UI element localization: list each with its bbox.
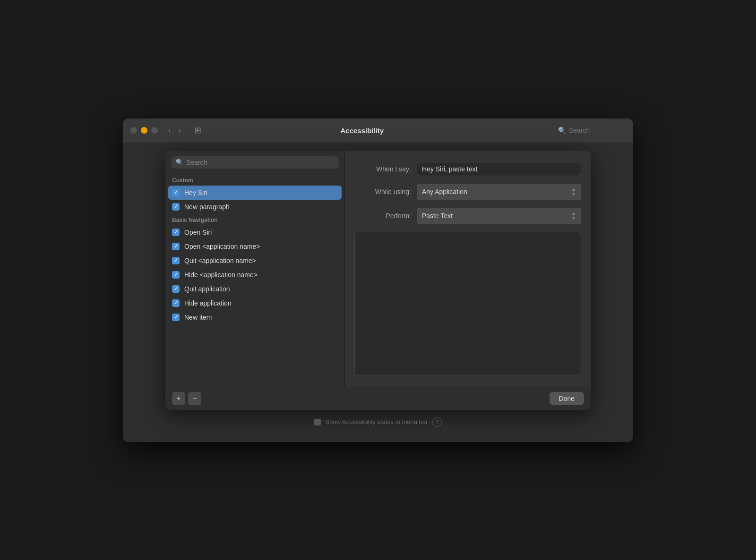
add-button[interactable]: + <box>172 392 185 405</box>
show-accessibility-checkbox[interactable] <box>314 419 321 425</box>
checkbox-hide-application[interactable] <box>172 299 180 307</box>
list-item[interactable]: Open <application name> <box>165 239 344 254</box>
close-button[interactable] <box>130 127 137 134</box>
main-window: ‹ › ⊞ Accessibility 🔍 🔍 <box>123 119 633 442</box>
checkbox-open-siri[interactable] <box>172 229 180 236</box>
search-input[interactable] <box>186 159 334 166</box>
right-panel: When I say: Hey Siri, paste text While u… <box>345 151 591 387</box>
minimize-button[interactable] <box>141 127 147 134</box>
checkbox-hey-siri[interactable] <box>172 189 180 196</box>
list-item-label: Hide <application name> <box>184 271 258 279</box>
help-button[interactable]: ? <box>432 417 442 427</box>
list-item-label: Hey Siri <box>184 189 207 196</box>
title-search-icon: 🔍 <box>558 127 566 134</box>
list-item[interactable]: New paragraph <box>165 200 344 214</box>
list-item-label: Quit <application name> <box>184 257 256 264</box>
traffic-lights <box>130 127 158 134</box>
select-arrows: ▲ ▼ <box>571 187 576 197</box>
list-item[interactable]: Hide application <box>165 296 344 310</box>
maximize-button[interactable] <box>151 127 158 134</box>
list-item-label: New item <box>184 314 212 321</box>
show-accessibility-label: Show Accessibility status in menu bar <box>326 418 428 425</box>
perform-label: Perform: <box>354 212 411 220</box>
arrow-up-icon-2: ▲ <box>571 211 576 216</box>
perform-select-value: Paste Text <box>422 212 567 220</box>
title-search-area: 🔍 <box>558 127 626 134</box>
list-item-label: Open Siri <box>184 229 212 236</box>
remove-button[interactable]: − <box>188 392 201 405</box>
list-item[interactable]: Quit application <box>165 282 344 296</box>
arrow-down-icon: ▼ <box>571 192 576 197</box>
outer-body: 🔍 Custom Hey Siri New p <box>123 143 633 442</box>
when-i-say-row: When I say: Hey Siri, paste text <box>354 162 581 176</box>
while-using-select[interactable]: Any Application ▲ ▼ <box>417 184 581 200</box>
modal-footer: + − Done <box>165 387 591 410</box>
list-item-label: Hide application <box>184 299 232 307</box>
modal-dialog: 🔍 Custom Hey Siri New p <box>165 151 591 410</box>
list-item-label: New paragraph <box>184 203 230 211</box>
outer-bottom-bar: Show Accessibility status in menu bar ? <box>305 410 452 434</box>
list-item[interactable]: Hide <application name> <box>165 268 344 282</box>
checkbox-new-item[interactable] <box>172 314 180 321</box>
title-bar: ‹ › ⊞ Accessibility 🔍 <box>123 119 633 143</box>
perform-select[interactable]: Paste Text ▲ ▼ <box>417 208 581 224</box>
section-header-basic-nav: Basic Navigation <box>165 214 344 225</box>
arrow-down-icon-2: ▼ <box>571 216 576 221</box>
section-header-custom: Custom <box>165 174 344 186</box>
done-button[interactable]: Done <box>550 392 584 405</box>
list-item-label: Quit application <box>184 285 230 293</box>
list-container: Custom Hey Siri New paragraph Basic Navi… <box>165 172 344 387</box>
while-using-select-value: Any Application <box>422 188 567 195</box>
title-search-input[interactable] <box>569 127 626 134</box>
window-title: Accessibility <box>170 127 554 135</box>
when-i-say-label: When I say: <box>354 165 411 173</box>
checkbox-quit-application[interactable] <box>172 285 180 293</box>
search-icon: 🔍 <box>176 159 183 166</box>
checkbox-new-paragraph[interactable] <box>172 203 180 211</box>
list-item-label: Open <application name> <box>184 243 260 250</box>
while-using-label: While using: <box>354 188 411 195</box>
when-i-say-value: Hey Siri, paste text <box>417 162 581 176</box>
list-item[interactable]: Open Siri <box>165 225 344 239</box>
search-input-container: 🔍 <box>171 156 339 169</box>
while-using-row: While using: Any Application ▲ ▼ <box>354 184 581 200</box>
list-item[interactable]: New item <box>165 310 344 324</box>
search-bar-area: 🔍 <box>165 151 344 172</box>
list-item[interactable]: Hey Siri <box>168 186 342 200</box>
select-arrows-2: ▲ ▼ <box>571 211 576 221</box>
left-panel: 🔍 Custom Hey Siri New p <box>165 151 345 387</box>
checkbox-open-app[interactable] <box>172 243 180 250</box>
arrow-up-icon: ▲ <box>571 187 576 192</box>
modal-body: 🔍 Custom Hey Siri New p <box>165 151 591 387</box>
action-text-area[interactable] <box>354 232 581 375</box>
checkbox-quit-app-name[interactable] <box>172 257 180 264</box>
perform-row: Perform: Paste Text ▲ ▼ <box>354 208 581 224</box>
list-item[interactable]: Quit <application name> <box>165 254 344 268</box>
checkbox-hide-app-name[interactable] <box>172 271 180 279</box>
